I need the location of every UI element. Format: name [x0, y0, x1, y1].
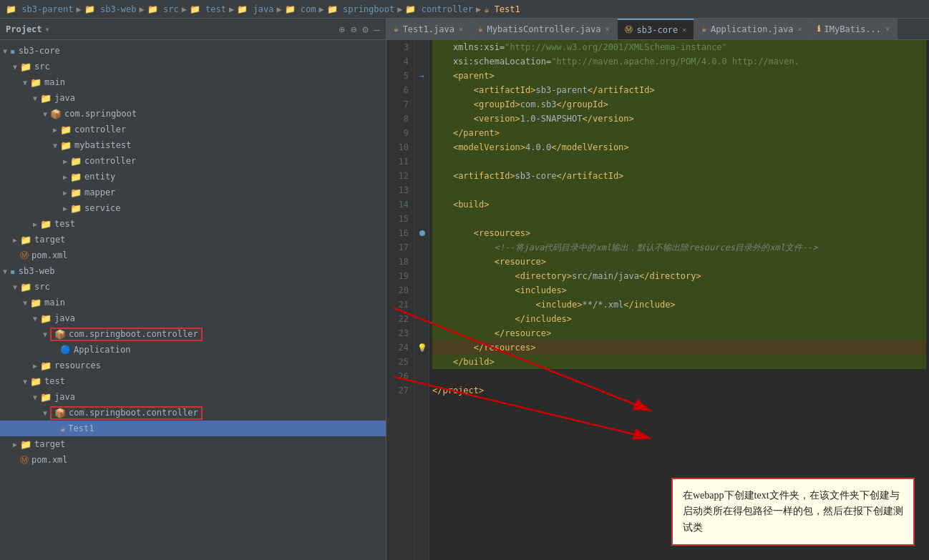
ln-8: 8	[392, 112, 409, 126]
toggle-java-core[interactable]: ▼	[30, 94, 40, 102]
highlighted-package-test: 📦 com.springboot.controller	[50, 406, 203, 420]
breadcrumb-item-springboot[interactable]: 📁 springboot	[327, 4, 394, 14]
tree-item-mybatistest[interactable]: ▼ 📁 mybatistest	[0, 137, 386, 153]
toggle-sb3-core[interactable]: ▼	[0, 47, 10, 55]
tab-icon-imybatis: ℹ	[817, 24, 820, 34]
tab-close-mybatis-controller[interactable]: ✕	[605, 25, 609, 33]
code-line-5: <parent>	[432, 69, 926, 83]
tab-sb3-core[interactable]: Ⓜ sb3-core ✕	[618, 19, 695, 40]
ln-22: 22	[392, 312, 409, 326]
toggle-test-core[interactable]: ▶	[30, 220, 40, 228]
tree-item-java-core[interactable]: ▼ 📁 java	[0, 90, 386, 106]
gutter-bulb-24[interactable]: 💡	[417, 343, 427, 353]
folder-icon-controller-core: 📁	[60, 124, 72, 135]
tree-item-target-core[interactable]: ▶ 📁 target	[0, 232, 386, 247]
toggle-java-test-web[interactable]: ▼	[30, 393, 40, 401]
toggle-com-springboot-core[interactable]: ▼	[40, 110, 50, 118]
tab-close-imybatis[interactable]: ✕	[885, 25, 890, 33]
toggle-controller-core[interactable]: ▶	[50, 126, 60, 134]
code-tag-12a: <artifactId>	[453, 169, 515, 183]
toggle-src-web[interactable]: ▼	[10, 283, 20, 291]
tree-item-src-web[interactable]: ▼ 📁 src	[0, 279, 386, 295]
tree-container[interactable]: ▼ ▪ sb3-core ▼ 📁 src ▼ 📁 main ▼	[0, 40, 386, 560]
toggle-resources-web[interactable]: ▶	[30, 362, 40, 370]
toggle-sb3-web[interactable]: ▼	[0, 267, 10, 275]
toggle-service[interactable]: ▶	[60, 205, 70, 212]
maven-icon-pom-web: Ⓜ	[20, 454, 29, 466]
folder-icon-target-web: 📁	[20, 439, 31, 450]
tree-item-pom-web[interactable]: ▶ Ⓜ pom.xml	[0, 452, 386, 468]
tree-item-mapper[interactable]: ▶ 📁 mapper	[0, 185, 386, 200]
toggle-test-web[interactable]: ▼	[20, 378, 30, 385]
module-icon-sb3-web: ▪	[10, 266, 16, 277]
ln-20: 20	[392, 283, 409, 298]
tree-item-src-core[interactable]: ▼ 📁 src	[0, 59, 386, 74]
toggle-main-web[interactable]: ▼	[20, 299, 30, 307]
toggle-mybatistest[interactable]: ▼	[50, 142, 60, 149]
breadcrumb-item-test1[interactable]: ☕ Test1	[484, 4, 520, 14]
label-sb3-web: sb3-web	[19, 266, 55, 276]
toggle-java-web[interactable]: ▼	[30, 315, 40, 323]
tab-close-application[interactable]: ✕	[798, 25, 802, 33]
breadcrumb-item-controller[interactable]: 📁 controller	[405, 4, 472, 14]
tree-item-test-web[interactable]: ▼ 📁 test	[0, 373, 386, 389]
toggle-pkg-controller-web[interactable]: ▼	[40, 330, 50, 338]
panel-action-add[interactable]: ⊕	[339, 24, 344, 35]
tree-item-test-core[interactable]: ▶ 📁 test	[0, 216, 386, 232]
tree-item-sb3-core[interactable]: ▼ ▪ sb3-core	[0, 43, 386, 59]
tree-item-service[interactable]: ▶ 📁 service	[0, 200, 386, 216]
tab-icon-application: ☕	[701, 24, 706, 34]
code-line-13	[432, 183, 926, 197]
code-txt-18a	[432, 255, 495, 269]
tree-item-pkg-controller-test[interactable]: ▼ 📦 com.springboot.controller	[0, 405, 386, 421]
ln-4: 4	[392, 54, 409, 69]
breadcrumb-sep-2: ▶	[140, 4, 145, 14]
breadcrumb-sep-4: ▶	[229, 4, 234, 14]
toggle-pkg-controller-test[interactable]: ▼	[40, 409, 50, 417]
toggle-target-core[interactable]: ▶	[10, 236, 20, 244]
tree-item-java-web[interactable]: ▼ 📁 java	[0, 310, 386, 326]
gutter-5: →	[415, 69, 429, 83]
panel-action-settings[interactable]: ⚙	[362, 24, 368, 35]
tab-close-sb3-core[interactable]: ✕	[682, 26, 686, 34]
tab-application[interactable]: ☕ Application.java ✕	[694, 19, 809, 40]
panel-action-minimize[interactable]: –	[374, 24, 380, 35]
toggle-main-core[interactable]: ▼	[20, 79, 30, 87]
tree-item-pom-core[interactable]: ▶ Ⓜ pom.xml	[0, 247, 386, 263]
toggle-mybatistest-controller[interactable]: ▶	[60, 157, 70, 165]
code-editor[interactable]: 3 4 5 6 7 8 9 10 11 12 13 14 15 16 17 18…	[386, 40, 929, 560]
breadcrumb-item-sb3-web[interactable]: 📁 sb3-web	[84, 4, 137, 14]
breadcrumb-item-src[interactable]: 📁 src	[147, 4, 179, 14]
tree-item-main-core[interactable]: ▼ 📁 main	[0, 74, 386, 90]
label-main-web: main	[44, 298, 65, 308]
tab-close-test1[interactable]: ✕	[459, 25, 463, 33]
tree-item-java-test-web[interactable]: ▼ 📁 java	[0, 389, 386, 405]
package-icon-pkg-controller-web: 📦	[54, 329, 66, 340]
breadcrumb-item-test[interactable]: 📁 test	[190, 4, 226, 14]
tree-item-mybatistest-controller[interactable]: ▶ 📁 controller	[0, 153, 386, 169]
tree-item-entity[interactable]: ▶ 📁 entity	[0, 169, 386, 185]
tree-item-application[interactable]: ▶ 🔵 Application	[0, 342, 386, 358]
code-line-18: <resource>	[432, 255, 926, 269]
code-attr-4: xsi:schemaLocation=	[432, 54, 551, 69]
toggle-mapper[interactable]: ▶	[60, 189, 70, 197]
tree-item-main-web[interactable]: ▼ 📁 main	[0, 295, 386, 310]
breadcrumb-item-sb3-parent[interactable]: 📁 sb3-parent	[6, 4, 73, 14]
toggle-src-core[interactable]: ▼	[10, 63, 20, 71]
toggle-entity[interactable]: ▶	[60, 173, 70, 181]
breadcrumb-item-java[interactable]: 📁 java	[237, 4, 273, 14]
toggle-target-web[interactable]: ▶	[10, 441, 20, 448]
tab-imybatis[interactable]: ℹ IMyBatis... ✕	[810, 19, 898, 40]
tree-item-com-springboot-core[interactable]: ▼ 📦 com.springboot	[0, 106, 386, 122]
tree-item-resources-web[interactable]: ▶ 📁 resources	[0, 358, 386, 373]
tab-test1[interactable]: ☕ Test1.java ✕	[386, 19, 471, 40]
code-tag-20: <includes>	[515, 283, 567, 298]
tree-item-pkg-controller-web[interactable]: ▼ 📦 com.springboot.controller	[0, 326, 386, 342]
tree-item-sb3-web[interactable]: ▼ ▪ sb3-web	[0, 263, 386, 279]
tree-item-test1[interactable]: ▶ ☕ Test1	[0, 421, 386, 436]
tab-mybatis-controller[interactable]: ☕ MybatisController.java ✕	[471, 19, 618, 40]
tree-item-target-web[interactable]: ▶ 📁 target	[0, 436, 386, 452]
breadcrumb-item-com[interactable]: 📁 com	[285, 4, 316, 14]
panel-action-collapse[interactable]: ⊖	[351, 24, 356, 35]
tree-item-controller-core[interactable]: ▶ 📁 controller	[0, 122, 386, 137]
